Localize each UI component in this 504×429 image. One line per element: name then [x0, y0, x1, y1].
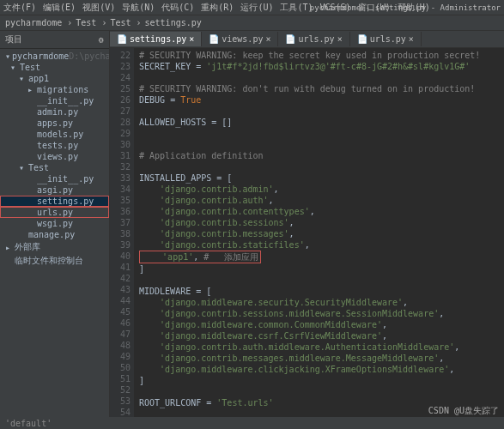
- line-number: 52: [110, 384, 131, 396]
- tree-label: pycharmdome: [12, 51, 69, 61]
- tree-label: models.py: [37, 130, 83, 139]
- line-number: 40: [110, 251, 131, 262]
- breadcrumb-item[interactable]: Test ›: [76, 18, 106, 27]
- code-line: 'django.contrib.sessions',: [139, 217, 504, 228]
- tree-item[interactable]: tests.py: [0, 140, 109, 151]
- tree-label: Test: [28, 163, 49, 172]
- expand-icon[interactable]: ▸: [5, 243, 13, 252]
- tree-label: asgi.py: [37, 185, 73, 195]
- project-label: 项目: [5, 33, 22, 45]
- tree-label: views.py: [37, 152, 78, 161]
- menu-item[interactable]: 代码(C): [161, 2, 194, 14]
- tree-label: apps.py: [37, 118, 73, 128]
- editor-tab[interactable]: 📄views.py×: [202, 32, 278, 46]
- close-icon[interactable]: ×: [337, 34, 343, 44]
- tree-item[interactable]: views.py: [0, 151, 109, 162]
- tree-item[interactable]: 临时文件和控制台: [0, 254, 109, 268]
- line-gutter: 2223242526272829303132333435363738394041…: [110, 48, 134, 417]
- menu-item[interactable]: 视图(V): [82, 2, 115, 14]
- expand-icon[interactable]: ▾: [19, 163, 27, 172]
- code-line: DEBUG = True: [139, 94, 504, 106]
- tree-label: manage.py: [28, 230, 75, 239]
- expand-icon[interactable]: ▸: [27, 85, 35, 94]
- line-number: 41: [110, 262, 131, 273]
- tree-item[interactable]: ▾pycharmdome D:\pycharmdome: [0, 51, 109, 62]
- line-number: 45: [110, 306, 131, 317]
- editor-tab[interactable]: 📄settings.py×: [110, 32, 202, 46]
- sidebar-header: 项目 ⚙: [0, 31, 109, 49]
- code-line: [139, 386, 504, 397]
- tree-item[interactable]: ▾Test: [0, 62, 109, 73]
- line-number: 44: [110, 295, 131, 306]
- editor-tab[interactable]: 📄urls.py×: [350, 32, 422, 46]
- line-number: 39: [110, 239, 131, 251]
- close-icon[interactable]: ×: [189, 34, 194, 44]
- tree-item[interactable]: ▸migrations: [0, 84, 109, 95]
- project-tree: ▾pycharmdome D:\pycharmdome▾Test▾app1▸mi…: [0, 49, 109, 269]
- tree-item[interactable]: asgi.py: [0, 184, 109, 196]
- tab-label: urls.py: [370, 34, 406, 44]
- tree-item[interactable]: manage.py: [0, 229, 109, 240]
- tree-label: __init__.py: [37, 96, 94, 106]
- expand-icon[interactable]: ▾: [19, 74, 27, 83]
- line-number: 23: [110, 61, 131, 72]
- code-line: [139, 128, 504, 139]
- file-icon: 📄: [285, 34, 295, 44]
- breadcrumb-item[interactable]: Test ›: [110, 18, 141, 27]
- expand-icon[interactable]: ▾: [5, 51, 10, 61]
- expand-icon[interactable]: ▾: [10, 63, 18, 72]
- menu-item[interactable]: 导航(N): [122, 2, 155, 14]
- close-icon[interactable]: ×: [265, 34, 270, 44]
- code-line: # SECURITY WARNING: don't run with debug…: [139, 83, 504, 94]
- breadcrumb-item[interactable]: settings.py: [145, 18, 202, 27]
- tree-item[interactable]: admin.py: [0, 106, 109, 118]
- menu-item[interactable]: 文件(F): [3, 2, 36, 14]
- code-line: 'django.middleware.csrf.CsrfViewMiddlewa…: [139, 330, 504, 341]
- status-text: 'default': [5, 419, 52, 428]
- tree-label: settings.py: [37, 196, 94, 206]
- code-line: 'django.contrib.staticfiles',: [139, 239, 504, 251]
- tree-item[interactable]: urls.py: [0, 207, 109, 218]
- line-number: 29: [110, 128, 131, 139]
- tree-item[interactable]: settings.py: [0, 196, 109, 207]
- menu-item[interactable]: 运行(U): [240, 2, 273, 14]
- editor: 2223242526272829303132333435363738394041…: [110, 48, 504, 417]
- code-line: 'django.contrib.messages',: [139, 228, 504, 239]
- code-line: [139, 72, 504, 83]
- breadcrumb-item[interactable]: pycharmdome ›: [5, 18, 72, 27]
- breadcrumb: pycharmdome ›Test ›Test ›settings.py: [0, 15, 504, 31]
- tree-item[interactable]: apps.py: [0, 118, 109, 129]
- code-line: ]: [139, 375, 504, 386]
- code-line: INSTALLED_APPS = [: [139, 172, 504, 184]
- line-number: 51: [110, 373, 131, 384]
- code-area[interactable]: # SECURITY WARNING: keep the secret key …: [134, 48, 504, 417]
- code-line: SECRET_KEY = 'j1t#f*2jd!fbd$lirtvz3@'#ft…: [139, 61, 504, 72]
- line-number: 24: [110, 72, 131, 83]
- editor-tabs: 📄settings.py×📄views.py×📄urls.py×📄urls.py…: [110, 31, 504, 48]
- status-bar: 'default': [0, 417, 504, 429]
- tree-item[interactable]: __init__.py: [0, 95, 109, 106]
- project-sidebar: 项目 ⚙ ▾pycharmdome D:\pycharmdome▾Test▾ap…: [0, 31, 110, 417]
- menu-item[interactable]: 工具(T): [280, 2, 313, 14]
- code-line: # SECURITY WARNING: keep the secret key …: [139, 50, 504, 61]
- tree-item[interactable]: wsgi.py: [0, 218, 109, 229]
- file-icon: 📄: [209, 34, 219, 44]
- line-number: 27: [110, 106, 131, 117]
- code-line: [139, 161, 504, 172]
- tree-item[interactable]: ▾app1: [0, 73, 109, 84]
- menu-item[interactable]: 编辑(E): [43, 2, 76, 14]
- tree-item[interactable]: ▾Test: [0, 162, 109, 173]
- file-icon: 📄: [357, 34, 367, 44]
- menu-item[interactable]: 重构(R): [201, 2, 234, 14]
- tree-item[interactable]: ▸外部库: [0, 240, 109, 254]
- code-line: [139, 106, 504, 117]
- tree-item[interactable]: models.py: [0, 129, 109, 140]
- gear-icon[interactable]: ⚙: [99, 35, 104, 45]
- code-line: 'app1', # 添加应用: [139, 251, 504, 263]
- window-title: pycharmdome - settings.py - Administrato…: [310, 0, 501, 15]
- line-number: 30: [110, 139, 131, 150]
- code-line: 'django.middleware.clickjacking.XFrameOp…: [139, 364, 504, 375]
- close-icon[interactable]: ×: [409, 34, 414, 44]
- editor-tab[interactable]: 📄urls.py×: [278, 32, 349, 46]
- tree-item[interactable]: __init__.py: [0, 173, 109, 184]
